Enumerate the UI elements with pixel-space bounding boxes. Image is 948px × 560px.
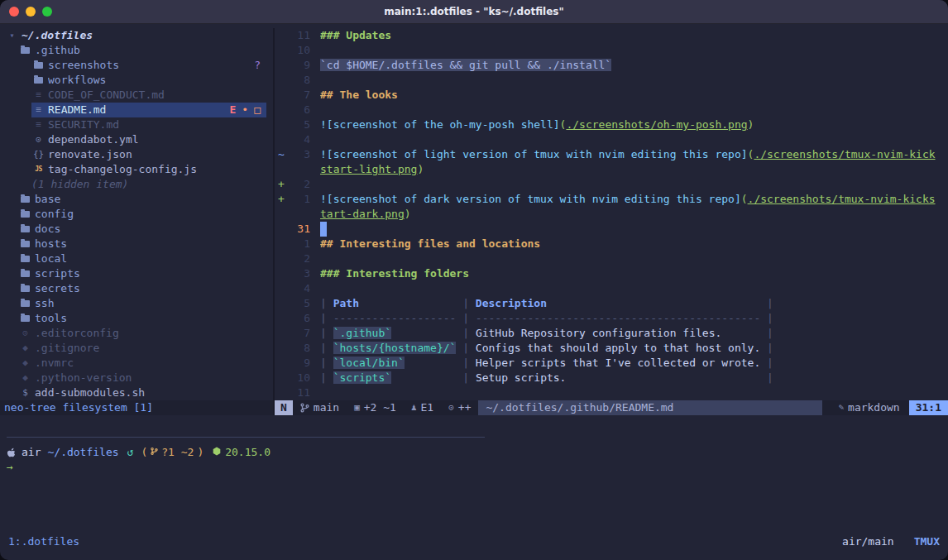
tree-item-dependabot-yml[interactable]: ⊙dependabot.yml [0, 132, 273, 147]
md-table-pipe: | [760, 327, 773, 339]
tree-item-python-version[interactable]: ◆.python-version [0, 371, 273, 385]
gutter-sign [275, 73, 289, 88]
tree-item-label: local [35, 251, 67, 266]
tree-item-label: renovate.json [48, 147, 132, 162]
gutter-sign [275, 311, 289, 326]
editor-line[interactable]: tart-dark.png) [275, 207, 948, 222]
tree-item-add-submodules-sh[interactable]: $add-submodules.sh [0, 385, 273, 400]
md-image-label: ![screenshot of the oh-my-posh shell] [320, 118, 560, 131]
tree-item-label: add-submodules.sh [35, 385, 145, 400]
shell-prompt: air ~/.dotfiles ↺ ( ?1 ~2 ) 20.15.0 [7, 445, 948, 460]
tree-item-label: base [35, 192, 60, 207]
editor-line[interactable]: 7## The looks [275, 88, 948, 103]
tree-item-ssh[interactable]: ssh [0, 296, 273, 311]
editor-line[interactable]: 3### Interesting folders [275, 266, 948, 281]
editor-line-text: ![screenshot of light version of tmux wi… [320, 147, 948, 162]
editor-line[interactable]: 4 [275, 281, 948, 296]
editor-line[interactable]: 10| `scripts` | Setup scripts. | [275, 371, 948, 385]
tree-item-inner: docs [18, 222, 266, 237]
shell-input-line[interactable]: → [7, 460, 948, 475]
tree-item-tag-changelog-config-js[interactable]: JStag-changelog-config.js [0, 162, 273, 177]
tree-item-readme-md[interactable]: ≡README.mdE•□ [0, 103, 273, 117]
editor-line[interactable]: +2 [275, 177, 948, 192]
gutter-sign [275, 28, 289, 43]
tree-item-security-md[interactable]: ≡SECURITY.md [0, 117, 273, 132]
line-number: 5 [289, 296, 310, 311]
tree-item-1-hidden-item[interactable]: (1 hidden item) [0, 177, 273, 192]
close-button[interactable] [9, 7, 19, 17]
tree-item-scripts[interactable]: scripts [0, 266, 273, 281]
tmux-window-tab[interactable]: 1:.dotfiles [8, 534, 79, 549]
editor-line[interactable]: 11### Updates [275, 28, 948, 43]
editor-line[interactable]: 7| `.github` | GitHub Repository configu… [275, 326, 948, 341]
gutter-sign [275, 207, 289, 222]
editor-line[interactable]: 9| `local/bin` | Helper scripts that I'v… [275, 356, 948, 371]
editor-line[interactable]: 6| ------------------- | ---------------… [275, 311, 948, 326]
fullscreen-button[interactable] [42, 7, 52, 17]
node-icon [213, 445, 221, 460]
editor-line[interactable]: 10 [275, 43, 948, 58]
tree-item-inner: .github [18, 43, 266, 58]
editor-line[interactable]: +1![screenshot of dark version of tmux w… [275, 192, 948, 207]
gutter-sign [275, 251, 289, 266]
editor-line[interactable]: 4 [275, 132, 948, 147]
command-line-area [0, 415, 948, 437]
editor-line[interactable]: 5| Path | Description | [275, 296, 948, 311]
tree-item-github[interactable]: .github [0, 43, 273, 58]
folder-shape [21, 285, 30, 292]
tree-item-inner: ◆.gitignore [18, 341, 266, 356]
tree-item-hosts[interactable]: hosts [0, 237, 273, 251]
md-table-pipe: | [456, 312, 475, 324]
git-branch-segment: main [293, 400, 347, 415]
tree-item-base[interactable]: base [0, 192, 273, 207]
tree-item-label: CODE_OF_CONDUCT.md [48, 88, 165, 103]
diff-icon: ▣ [354, 400, 360, 415]
editor-line-text: | ------------------- | ----------------… [320, 311, 948, 326]
diagnostics-segment: ♟ E1 [404, 400, 441, 415]
tree-item-label: docs [35, 222, 60, 237]
editor-line[interactable]: 5![screenshot of the oh-my-posh shell](.… [275, 117, 948, 132]
tree-item-tools[interactable]: tools [0, 311, 273, 326]
line-number: 10 [289, 371, 310, 385]
tree-item-code-of-conduct-md[interactable]: ≡CODE_OF_CONDUCT.md [0, 88, 273, 103]
tree-item-renovate-json[interactable]: {}renovate.json [0, 147, 273, 162]
tree-item-inner: {}renovate.json [31, 147, 266, 162]
folder-shape [21, 315, 30, 322]
editor-line[interactable]: 31 [275, 222, 948, 237]
tree-item-editorconfig[interactable]: ⊙.editorconfig [0, 326, 273, 341]
editor-line[interactable]: 2 [275, 251, 948, 266]
branch-name: main [314, 400, 339, 415]
tree-item-screenshots[interactable]: screenshots? [0, 58, 273, 73]
tree-item-dotfiles[interactable]: ▾~/.dotfiles [0, 28, 273, 43]
terminal-content: ▾~/.dotfiles.githubscreenshots?workflows… [0, 24, 948, 560]
traffic-lights [0, 7, 52, 17]
tree-item-config[interactable]: config [0, 207, 273, 222]
tree-item-workflows[interactable]: workflows [0, 73, 273, 88]
md-link-url: tart-dark.png [320, 208, 405, 220]
minimize-button[interactable] [26, 7, 36, 17]
editor-line[interactable]: 8| `hosts/{hostname}/` | Configs that sh… [275, 341, 948, 356]
editor-line[interactable]: start-light.png) [275, 162, 948, 177]
tree-item-label: .editorconfig [35, 326, 119, 341]
editor-line[interactable]: 1## Interesting files and locations [275, 237, 948, 251]
editor-line[interactable]: 11 [275, 385, 948, 400]
editor-line-text: ## Interesting files and locations [320, 237, 948, 251]
tree-item-secrets[interactable]: secrets [0, 281, 273, 296]
editor-line[interactable]: 6 [275, 103, 948, 117]
tree-item-gitignore[interactable]: ◆.gitignore [0, 341, 273, 356]
md-table-pipe: | [320, 371, 333, 384]
editor-line[interactable]: ~3![screenshot of light version of tmux … [275, 147, 948, 162]
md-table-spacing [391, 327, 456, 339]
editor-line[interactable]: 9`cd $HOME/.dotfiles && git pull && ./in… [275, 58, 948, 73]
tree-item-inner: base [18, 192, 266, 207]
gutter-sign [275, 281, 289, 296]
md-heading-2: ## Interesting files and locations [320, 237, 540, 250]
tree-item-inner: ⊙dependabot.yml [31, 132, 266, 147]
editor-line[interactable]: 8 [275, 73, 948, 88]
diamond-file-icon: ◆ [18, 371, 32, 385]
tree-item-docs[interactable]: docs [0, 222, 273, 237]
md-link-url: ./screenshots/oh-my-posh.png [566, 118, 747, 131]
shell-pane[interactable]: air ~/.dotfiles ↺ ( ?1 ~2 ) 20.15.0 → [0, 437, 948, 475]
tree-item-nvmrc[interactable]: ◆.nvmrc [0, 356, 273, 371]
tree-item-local[interactable]: local [0, 251, 273, 266]
